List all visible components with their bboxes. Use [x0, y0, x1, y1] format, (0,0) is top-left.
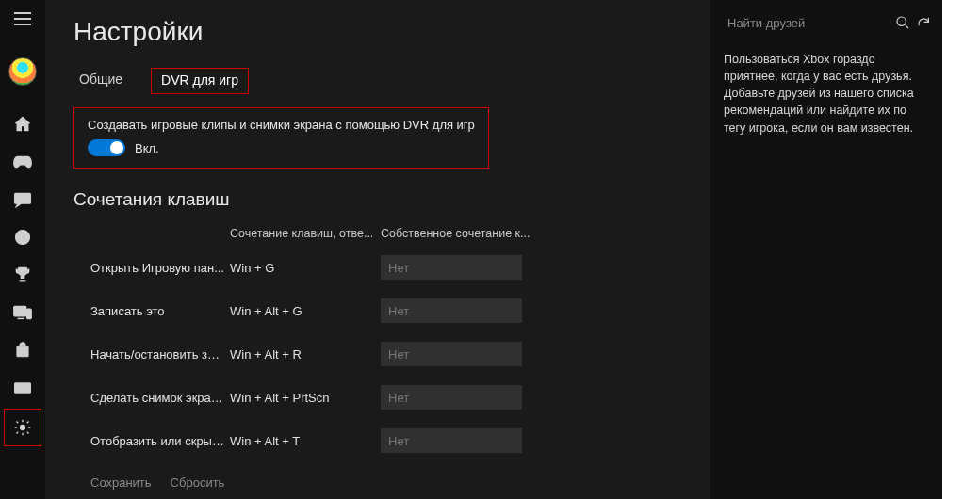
shortcut-row: Отобразить или скрыт... Win + Alt + T: [74, 428, 688, 453]
svg-point-12: [897, 17, 906, 25]
search-icon: [895, 15, 910, 30]
main-content: Настройки Общие DVR для игр Создавать иг…: [45, 0, 710, 499]
tab-dvr[interactable]: DVR для игр: [151, 68, 249, 94]
tabs-bar: Общие DVR для игр: [74, 68, 688, 94]
svg-rect-1: [14, 18, 31, 20]
svg-rect-0: [14, 12, 31, 14]
settings-icon: [13, 418, 32, 437]
shortcut-custom-input[interactable]: [381, 298, 522, 323]
reset-button[interactable]: Сбросить: [171, 475, 225, 490]
shortcut-default: Win + Alt + R: [230, 347, 381, 362]
svg-rect-6: [14, 307, 26, 316]
dvr-toggle-state: Вкл.: [135, 141, 159, 155]
shortcut-default: Win + G: [230, 261, 381, 275]
shortcut-name: Начать/остановить зап...: [90, 347, 230, 362]
chat-icon: [13, 191, 32, 208]
search-button[interactable]: [895, 9, 910, 36]
svg-rect-3: [15, 193, 31, 203]
toggle-knob: [110, 141, 123, 154]
shortcut-custom-input[interactable]: [381, 255, 522, 280]
shortcut-name: Сделать снимок экрана: [90, 391, 230, 405]
avatar-button[interactable]: [0, 49, 45, 94]
settings-button[interactable]: [5, 410, 41, 445]
sidebar: [0, 0, 45, 499]
app-window: Настройки Общие DVR для игр Создавать иг…: [0, 0, 942, 499]
games-button[interactable]: [0, 143, 45, 181]
controller-icon: [12, 154, 33, 169]
shortcut-default: Win + Alt + PrtScn: [230, 391, 381, 405]
svg-rect-8: [17, 346, 28, 357]
friends-empty-text: Пользоваться Xbox гораздо приятнее, когд…: [724, 51, 931, 137]
friends-search-row: [724, 9, 931, 36]
dvr-toggle-label: Создавать игровые клипы и снимки экрана …: [88, 118, 475, 132]
trophy-icon: [13, 266, 32, 284]
dvr-toggle-section: Создавать игровые клипы и снимки экрана …: [74, 107, 489, 169]
friends-search-input[interactable]: [724, 9, 890, 36]
home-button[interactable]: [0, 105, 45, 143]
shortcut-name: Отобразить или скрыт...: [90, 434, 230, 448]
devices-button[interactable]: [0, 294, 45, 331]
shortcut-row: Начать/остановить зап... Win + Alt + R: [74, 342, 688, 366]
header-custom: Собственное сочетание к...: [381, 227, 531, 240]
svg-rect-7: [27, 309, 32, 318]
settings-highlight: [4, 409, 41, 446]
home-icon: [13, 115, 32, 134]
menu-button[interactable]: [0, 0, 45, 38]
refresh-icon: [916, 15, 931, 30]
svg-rect-2: [14, 24, 31, 25]
friends-panel: Пользоваться Xbox гораздо приятнее, когд…: [710, 0, 942, 499]
tab-general[interactable]: Общие: [74, 68, 128, 94]
svg-point-10: [23, 390, 24, 391]
shortcut-default: Win + Alt + G: [230, 304, 381, 318]
page-title: Настройки: [74, 17, 688, 47]
shortcut-custom-input[interactable]: [381, 428, 522, 453]
menu-icon: [14, 12, 31, 25]
shortcut-custom-input[interactable]: [381, 342, 522, 366]
save-button[interactable]: Сохранить: [90, 475, 152, 490]
globe-icon: [13, 228, 32, 247]
refresh-button[interactable]: [916, 9, 931, 36]
shortcuts-section-title: Сочетания клавиш: [74, 189, 688, 210]
avatar: [8, 57, 37, 86]
shortcut-custom-input[interactable]: [381, 385, 522, 410]
store-icon: [14, 342, 31, 359]
svg-point-11: [21, 426, 25, 430]
shortcut-row: Сделать снимок экрана Win + Alt + PrtScn: [74, 385, 688, 410]
connect-button[interactable]: [0, 369, 45, 407]
shortcut-row: Открыть Игровую пан... Win + G: [74, 255, 688, 280]
store-button[interactable]: [0, 331, 45, 369]
achievements-button[interactable]: [0, 256, 45, 294]
community-button[interactable]: [0, 218, 45, 256]
devices-icon: [12, 304, 33, 321]
shortcut-default: Win + Alt + T: [230, 434, 381, 448]
dvr-toggle[interactable]: [88, 139, 125, 156]
header-default: Сочетание клавиш, отве...: [230, 227, 381, 240]
shortcut-name: Записать это: [90, 304, 230, 318]
shortcut-headers: Сочетание клавиш, отве... Собственное со…: [74, 227, 688, 240]
connect-icon: [13, 380, 32, 395]
shortcut-name: Открыть Игровую пан...: [90, 261, 230, 275]
footer-buttons: Сохранить Сбросить: [74, 475, 688, 490]
chat-button[interactable]: [0, 181, 45, 218]
shortcut-row: Записать это Win + Alt + G: [74, 298, 688, 323]
